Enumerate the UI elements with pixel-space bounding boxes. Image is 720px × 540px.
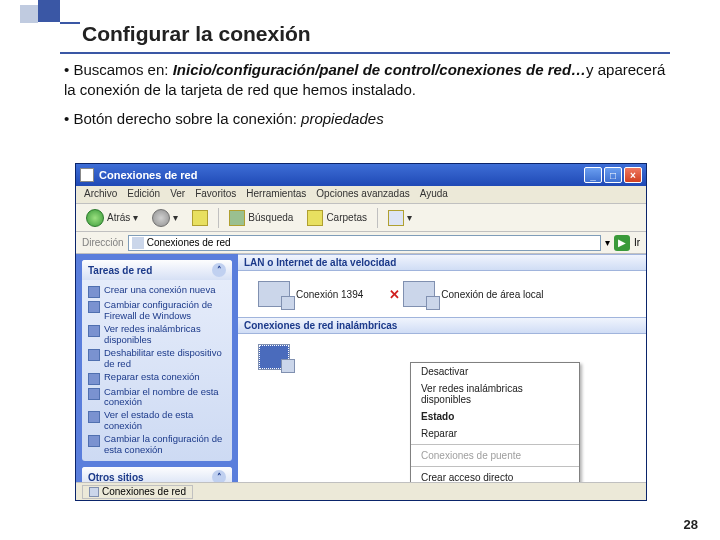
- forward-icon: [152, 209, 170, 227]
- task-icon: [88, 286, 100, 298]
- address-label: Dirección: [82, 237, 124, 248]
- window-title: Conexiones de red: [99, 169, 584, 181]
- sidebar-task-item[interactable]: Ver el estado de esta conexión: [88, 409, 226, 433]
- go-button[interactable]: ▶: [614, 235, 630, 251]
- connection-lan[interactable]: ✕ Conexión de área local: [403, 281, 543, 307]
- address-text: Conexiones de red: [147, 237, 231, 248]
- address-icon: [132, 237, 144, 249]
- search-button[interactable]: Búsqueda: [225, 208, 297, 228]
- address-field[interactable]: Conexiones de red: [128, 235, 601, 251]
- menu-item[interactable]: Herramientas: [246, 188, 306, 201]
- status-text: Conexiones de red: [82, 485, 193, 499]
- network-icon: [258, 281, 290, 307]
- network-icon: [403, 281, 435, 307]
- group-header-wireless: Conexiones de red inalámbricas: [238, 317, 646, 334]
- sidebar-task-item[interactable]: Cambiar el nombre de esta conexión: [88, 386, 226, 410]
- menubar: Archivo Edición Ver Favoritos Herramient…: [76, 186, 646, 204]
- network-icon: [258, 344, 290, 370]
- slide-body: • Buscamos en: Inicio/configuración/pane…: [64, 60, 674, 137]
- explorer-window: Conexiones de red _ □ × Archivo Edición …: [75, 163, 647, 501]
- context-menu-item[interactable]: Ver redes inalámbricas disponibles: [411, 380, 579, 408]
- sidebar-task-item[interactable]: Ver redes inalámbricas disponibles: [88, 323, 226, 347]
- status-bar: Conexiones de red: [76, 482, 646, 500]
- panel-network-tasks: Tareas de red˄ Crear una conexión nuevaC…: [82, 260, 232, 461]
- bullet-1: • Buscamos en: Inicio/configuración/pane…: [64, 60, 674, 101]
- sidebar-task-item[interactable]: Deshabilitar este dispositivo de red: [88, 347, 226, 371]
- task-icon: [88, 325, 100, 337]
- window-icon: [80, 168, 94, 182]
- menu-item[interactable]: Archivo: [84, 188, 117, 201]
- disabled-x-icon: ✕: [389, 287, 400, 302]
- sidebar-task-item[interactable]: Cambiar configuración de Firewall de Win…: [88, 299, 226, 323]
- back-icon: [86, 209, 104, 227]
- menu-item[interactable]: Edición: [127, 188, 160, 201]
- menu-item[interactable]: Ayuda: [420, 188, 448, 201]
- sidebar-task-item[interactable]: Reparar esta conexión: [88, 371, 226, 386]
- group-header-lan: LAN o Internet de alta velocidad: [238, 254, 646, 271]
- go-label: Ir: [634, 237, 640, 248]
- connection-label: Conexión 1394: [296, 289, 363, 300]
- task-icon: [88, 388, 100, 400]
- up-button[interactable]: [188, 208, 212, 228]
- context-menu-item: Conexiones de puente: [411, 447, 579, 464]
- titlebar[interactable]: Conexiones de red _ □ ×: [76, 164, 646, 186]
- menu-item[interactable]: Opciones avanzadas: [316, 188, 409, 201]
- page-number: 28: [684, 517, 698, 532]
- task-icon: [88, 435, 100, 447]
- connection-1394[interactable]: Conexión 1394: [258, 281, 363, 307]
- forward-button[interactable]: ▾: [148, 207, 182, 229]
- context-menu-item[interactable]: Desactivar: [411, 363, 579, 380]
- sidebar-task-item[interactable]: Cambiar la configuración de esta conexió…: [88, 433, 226, 457]
- views-icon: [388, 210, 404, 226]
- sidebar-task-item[interactable]: Crear una conexión nueva: [88, 284, 226, 299]
- back-button[interactable]: Atrás ▾: [82, 207, 142, 229]
- connection-label: Conexión de área local: [441, 289, 543, 300]
- context-menu-item[interactable]: Estado: [411, 408, 579, 425]
- chevron-up-icon: ˄: [212, 263, 226, 277]
- address-chevron[interactable]: ▾: [605, 237, 610, 248]
- main-pane: LAN o Internet de alta velocidad Conexió…: [238, 254, 646, 500]
- context-menu-item[interactable]: Reparar: [411, 425, 579, 442]
- panel-header[interactable]: Tareas de red˄: [82, 260, 232, 280]
- up-icon: [192, 210, 208, 226]
- task-icon: [88, 373, 100, 385]
- menu-item[interactable]: Favoritos: [195, 188, 236, 201]
- search-icon: [229, 210, 245, 226]
- task-icon: [88, 411, 100, 423]
- task-icon: [88, 301, 100, 313]
- toolbar: Atrás ▾ ▾ Búsqueda Carpetas ▾: [76, 204, 646, 232]
- views-button[interactable]: ▾: [384, 208, 416, 228]
- status-icon: [89, 487, 99, 497]
- slide-title: Configurar la conexión: [82, 22, 311, 46]
- close-button[interactable]: ×: [624, 167, 642, 183]
- task-icon: [88, 349, 100, 361]
- folders-button[interactable]: Carpetas: [303, 208, 371, 228]
- menu-item[interactable]: Ver: [170, 188, 185, 201]
- context-menu: DesactivarVer redes inalámbricas disponi…: [410, 362, 580, 500]
- minimize-button[interactable]: _: [584, 167, 602, 183]
- connection-wireless[interactable]: [258, 344, 290, 370]
- title-underline: [60, 52, 670, 54]
- maximize-button[interactable]: □: [604, 167, 622, 183]
- bullet-2: • Botón derecho sobre la conexión: propi…: [64, 109, 674, 129]
- folders-icon: [307, 210, 323, 226]
- tasks-sidebar: Tareas de red˄ Crear una conexión nuevaC…: [76, 254, 238, 500]
- address-bar: Dirección Conexiones de red ▾ ▶ Ir: [76, 232, 646, 254]
